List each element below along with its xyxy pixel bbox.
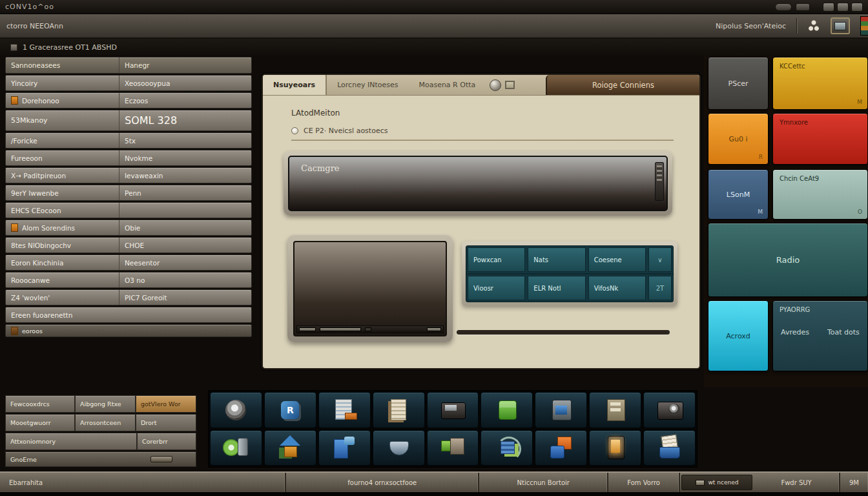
tile-item[interactable]: Avredes [781,328,809,336]
grid-data-row[interactable]: Vioosr ELR Notl VifosNk 2T [466,274,673,302]
trefoil-icon[interactable] [807,19,820,32]
table-row[interactable]: 9erY Iwwenbe Penn [5,185,252,201]
close-button[interactable] [851,3,863,12]
table-row[interactable]: Rooocanwe O3 no [5,272,252,288]
toolbar-button[interactable] [643,430,696,466]
title-bar: cONV1o^oo [0,0,868,14]
globe-sync-icon [493,435,521,460]
toolbar-button[interactable] [427,430,479,466]
toolbar-button[interactable] [318,430,371,466]
tab-licences[interactable]: Lorcney INtoeses [327,75,408,95]
stacked-boxes-icon [547,435,575,460]
table-row[interactable]: 53Mkanoy SOML 328 [5,110,252,131]
tab-newusers[interactable]: Nsuyeoars [263,75,327,95]
toolbar-button[interactable] [373,392,425,428]
mini-table: Fewcooxdrcs Aibgong Rtxe gotVlero Wor Mo… [5,395,196,470]
table-row[interactable]: 8tes NlObingochv CHOE [5,237,252,253]
toolbar-button[interactable] [480,430,533,466]
preview-status-strip [296,326,444,333]
monitor-button[interactable] [831,17,850,34]
grid-header[interactable]: Powxcan [468,247,525,272]
mini-cell[interactable]: Corerbrr [137,433,196,450]
mini-cell-highlight[interactable]: gotVlero Wor [136,395,196,413]
toolbar-separator [796,18,797,34]
row-value: CHOE [119,238,251,253]
settings-panel: Nsuyeoars Lorcney INtoeses Moasena R Ott… [262,74,701,369]
tile-lsonm[interactable]: LSonM M [708,169,769,220]
tile-gu0[interactable]: Gu0 i R [708,113,769,165]
restore-button[interactable] [823,3,834,12]
tab-measure[interactable]: Moasena R Otta [408,75,486,95]
tile-badge: O [858,209,862,215]
toolbar-button[interactable] [210,392,262,428]
table-row[interactable]: /Foricke 5tx [5,132,252,149]
window-control-group [823,3,863,12]
table-row[interactable]: Z4 'wovlen' PIC7 Goreoit [5,289,252,305]
tile-ymnxore[interactable]: Ymnxore [772,113,868,165]
tile-items: Avredes Toat dots [781,328,860,336]
app-label: ctorro NEEOAnn [6,22,63,30]
toolbar-button[interactable] [589,392,641,428]
status-button[interactable]: wt ncened [681,475,752,490]
toolbar-button[interactable] [373,430,425,466]
tile-label: PScer [708,57,768,109]
table-row[interactable]: Yincoiry Xeosoooypua [5,75,252,91]
tile-pscer[interactable]: PScer [708,57,769,110]
maximize-button[interactable] [796,3,810,11]
status-segment: Nticcnun Bortoir [479,473,608,492]
toolbar-button[interactable] [318,392,371,428]
row-name: /Foricke [6,133,119,148]
slider-knob[interactable] [150,456,172,462]
table-row[interactable]: X→ Paditpireuon Ievaweaxin [5,167,252,183]
minimize-button[interactable] [775,3,792,11]
table-row[interactable]: EHCS CEocoon [5,202,252,218]
toolbar-button[interactable] [427,392,479,428]
disc-recycle-icon [222,435,250,460]
tile-kccettc[interactable]: KCCettc M [772,57,868,110]
tile-radio[interactable]: Radio [708,223,868,297]
document-save-icon [330,398,358,422]
mini-row[interactable]: Attxoniomnory Corerbrr [5,433,196,450]
color-stripes-logo [860,16,868,36]
toolbar-button[interactable] [210,430,262,466]
toolbar-button[interactable] [264,430,316,466]
checkbox-button[interactable] [505,81,515,89]
breadcrumb-bar: 1 Gracerasree OT1 ABSHD [0,39,868,56]
table-row[interactable]: Alom Sorendins Obie [5,220,252,236]
toolbar-button[interactable] [589,430,641,466]
tile-item[interactable]: Toat dots [827,328,860,336]
tile-pyaorrg[interactable]: PYAORRG Avredes Toat dots [772,300,868,371]
status-segment: fourno4 ornxsoctfooe [286,473,479,492]
tile-chcin[interactable]: Chcin CeAt9 O [772,169,868,220]
tile-acroxd[interactable]: Acroxd [708,300,769,371]
document-scroll-icon [384,398,413,422]
camera-lens-icon [222,398,250,422]
row-value: Nvokme [119,150,251,165]
resize-button[interactable] [837,3,849,12]
row-name: 9erY Iwwenbe [6,185,119,200]
toolbar-button[interactable] [480,392,533,428]
radio-icon[interactable] [291,127,298,134]
grid-header[interactable]: Coesene [588,247,646,272]
grid-header[interactable]: Nats [528,247,585,272]
toolbar-button[interactable] [535,392,587,428]
table-span-row[interactable]: Ereen fuoarenettn [5,307,252,323]
mini-cell[interactable]: Drort [136,414,196,431]
folder-documents-icon [330,435,358,460]
mini-row[interactable]: Fewcooxdrcs Aibgong Rtxe gotVlero Wor [5,395,196,413]
chevron-down-icon[interactable]: ∨ [648,247,672,272]
table-row[interactable]: Dorehonoo Eczoos [5,92,252,108]
sphere-indicator[interactable] [490,79,501,91]
table-row[interactable]: Eoron Kinchinia Neesentor [5,254,252,271]
toolbar-button[interactable] [535,430,587,466]
radio-option[interactable]: CE P2· Nveicsl aostoecs [291,127,388,135]
section-label: LAtodMeiton [291,108,340,118]
tab-range-connections[interactable]: Roioge Conniens [546,75,699,95]
toolbar-button[interactable] [643,392,696,428]
app-window-icon [547,398,575,422]
table-header-row: Sannoneasees Hanegr [5,57,252,74]
toolbar-button[interactable] [264,392,316,428]
mini-row[interactable]: Mooetgwuorr Arrosontceen Drort [5,414,196,431]
table-row[interactable]: Fureeoon Nvokme [5,150,252,166]
scrollbar[interactable] [655,162,664,201]
